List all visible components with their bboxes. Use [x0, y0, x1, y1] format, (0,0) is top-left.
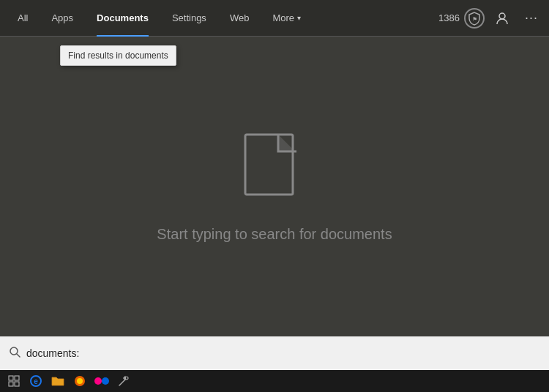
tab-apps[interactable]: Apps [40, 0, 85, 37]
user-icon[interactable] [490, 7, 514, 30]
tab-more[interactable]: More ▾ [261, 0, 313, 37]
svg-rect-5 [9, 376, 13, 380]
svg-point-14 [102, 377, 109, 385]
placeholder-text: Start typing to search for documents [157, 226, 392, 243]
taskbar: e [0, 370, 549, 392]
search-icon [9, 346, 20, 361]
main-content: Start typing to search for documents [0, 37, 549, 336]
svg-point-1 [499, 13, 505, 19]
tab-bar: All Apps Documents Settings Web More ▾ 1… [0, 0, 549, 37]
taskbar-firefox-icon[interactable] [70, 372, 89, 391]
svg-point-12 [77, 378, 83, 384]
header-right: 1386 ⚑ ··· [438, 7, 543, 30]
more-options-icon[interactable]: ··· [520, 7, 543, 30]
tab-documents[interactable]: Documents [85, 0, 160, 37]
score-number: 1386 [438, 12, 460, 23]
search-bar [0, 336, 549, 370]
taskbar-browser-icon[interactable]: e [26, 372, 45, 391]
search-input[interactable] [26, 347, 540, 359]
tooltip: Find results in documents [60, 45, 176, 66]
taskbar-settings-icon[interactable] [4, 372, 23, 391]
shield-badge[interactable]: ⚑ [464, 8, 485, 29]
svg-text:⚑: ⚑ [472, 16, 477, 23]
svg-text:e: e [34, 377, 38, 385]
taskbar-flickr-icon[interactable] [92, 372, 111, 391]
svg-line-4 [17, 354, 20, 357]
score-badge: 1386 ⚑ [438, 8, 485, 29]
svg-rect-7 [9, 382, 13, 386]
svg-rect-6 [15, 376, 19, 380]
chevron-down-icon: ▾ [297, 14, 301, 22]
taskbar-folder-icon[interactable] [48, 372, 67, 391]
tab-web[interactable]: Web [218, 0, 261, 37]
document-icon [242, 131, 307, 204]
svg-point-13 [94, 377, 102, 385]
svg-rect-8 [15, 382, 19, 386]
taskbar-tool-icon[interactable] [114, 372, 133, 391]
tab-settings[interactable]: Settings [160, 0, 218, 37]
tab-all[interactable]: All [6, 0, 40, 37]
